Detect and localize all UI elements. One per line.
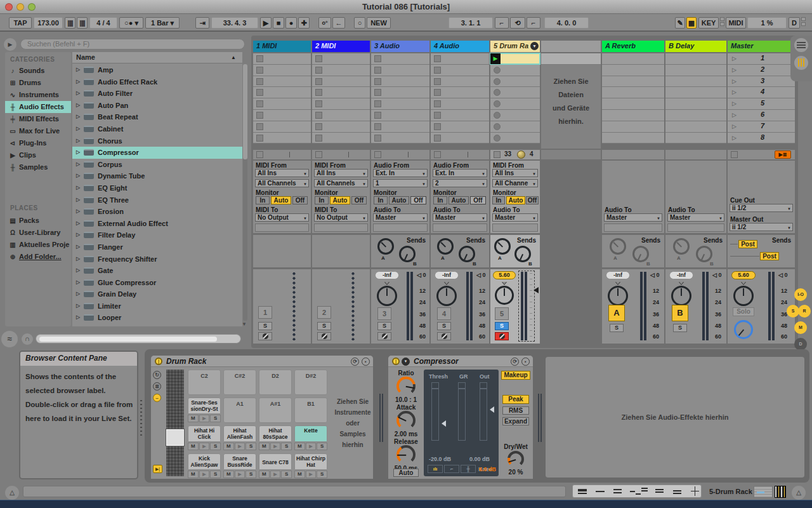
drum-pad[interactable]: Snare-Ses sionDry-St M▶S xyxy=(188,398,221,423)
sidebar-category-item[interactable]: ⊞ Drums xyxy=(5,77,71,89)
back-to-arrangement-icon[interactable]: ← xyxy=(332,17,345,29)
punch-in-icon[interactable]: ⌐ xyxy=(495,17,509,29)
cpu-wave-icon[interactable]: ≈ xyxy=(1,331,18,347)
pad-mute-button[interactable]: M xyxy=(259,443,270,450)
pad-mute-button[interactable]: M xyxy=(188,415,199,422)
pad-solo-button[interactable]: S xyxy=(317,471,327,478)
scene-row[interactable]: ▷ 4 xyxy=(728,87,795,98)
clip-slot[interactable] xyxy=(312,65,370,76)
clip-slot[interactable] xyxy=(371,133,429,144)
volume-display[interactable]: -Inf xyxy=(669,271,693,279)
pad-solo-button[interactable]: S xyxy=(281,443,292,450)
clip-slot[interactable] xyxy=(253,121,311,133)
expand-triangle-icon[interactable]: ▷ xyxy=(76,159,80,170)
clip-stop-icon[interactable] xyxy=(315,135,322,142)
punch-out-icon[interactable]: ⌐ xyxy=(527,17,540,29)
drywet-value[interactable]: 20 % xyxy=(501,469,530,476)
clip-slot[interactable] xyxy=(665,65,726,76)
scene-row[interactable]: ▷ 1 xyxy=(728,53,795,65)
volume-display[interactable]: -Inf xyxy=(375,271,399,279)
cue-out-select[interactable]: ii 1/2 xyxy=(730,204,793,212)
attack-knob[interactable] xyxy=(396,411,416,430)
clip-slot-icon[interactable] xyxy=(494,112,501,119)
expand-triangle-icon[interactable]: ▷ xyxy=(76,64,80,76)
browser-device-row[interactable]: ▷ Beat Repeat xyxy=(72,111,242,123)
monitor-auto-button[interactable]: Auto xyxy=(271,196,291,204)
clip-stop-icon[interactable] xyxy=(374,89,381,96)
browser-device-row[interactable]: ▷ Gate xyxy=(72,265,242,277)
send-a-knob[interactable] xyxy=(377,238,394,255)
monitor-auto-button[interactable]: Auto xyxy=(330,196,350,204)
sidebar-category-item[interactable]: ∿ Instruments xyxy=(5,89,71,101)
key-map-button[interactable]: KEY xyxy=(698,17,719,29)
track-activator[interactable]: 2 xyxy=(317,306,331,319)
clip-slot-icon[interactable] xyxy=(494,123,501,130)
solo-button[interactable]: S xyxy=(437,322,451,330)
send-b-post-button[interactable]: Post xyxy=(760,252,779,260)
return-activator[interactable]: B xyxy=(672,305,688,321)
clip-slot[interactable] xyxy=(490,87,540,98)
clip-slot[interactable] xyxy=(431,53,489,65)
device-chain-thumbnail[interactable] xyxy=(754,486,773,498)
scene-play-icon[interactable]: ▷ xyxy=(732,78,737,84)
expand-triangle-icon[interactable]: ▷ xyxy=(76,194,80,206)
expand-triangle-icon[interactable]: ▷ xyxy=(76,88,80,99)
stop-all-clips-square[interactable] xyxy=(731,151,738,158)
clip-stop-icon[interactable] xyxy=(374,55,381,62)
send-b-knob[interactable] xyxy=(399,246,416,262)
clip-stop-icon[interactable] xyxy=(315,112,322,119)
clip-slot[interactable] xyxy=(602,133,664,144)
track-activator[interactable]: 1 xyxy=(258,306,272,319)
clip-slot[interactable] xyxy=(602,110,664,121)
volume-display[interactable]: 5.60 xyxy=(493,271,516,279)
pan-knob[interactable] xyxy=(495,286,514,305)
preview-volume-slider[interactable] xyxy=(36,334,241,344)
monitor-off-button[interactable]: Off xyxy=(410,196,426,204)
sidebar-category-item[interactable]: ╫ Audio Effects xyxy=(5,101,71,113)
clip-slot[interactable] xyxy=(253,87,311,98)
pad-mute-button[interactable]: M xyxy=(294,443,305,450)
master-out-select[interactable]: ii 1/2 xyxy=(730,223,793,231)
browser-device-row[interactable]: ▷ EQ Eight xyxy=(72,182,242,194)
delay-section-toggle[interactable]: D xyxy=(794,338,807,351)
expand-triangle-icon[interactable]: ▷ xyxy=(76,265,80,276)
autoselect-icon[interactable]: ↻ xyxy=(153,371,161,379)
show-info-toggle-icon[interactable]: △ xyxy=(5,486,19,500)
clip-stop-button[interactable] xyxy=(494,151,501,158)
device-drag-handle[interactable] xyxy=(540,394,542,442)
clip-slot[interactable] xyxy=(665,98,726,110)
clip-slot-icon[interactable] xyxy=(434,135,441,142)
clip-stop-icon[interactable] xyxy=(256,67,263,74)
clip-slot[interactable] xyxy=(431,98,489,110)
browser-device-row[interactable]: ▷ Looper xyxy=(72,312,242,324)
expand-triangle-icon[interactable]: ▷ xyxy=(76,123,80,135)
io-channel-select[interactable]: 1 xyxy=(373,179,428,187)
drum-pad[interactable]: Snare BussRide M▶S xyxy=(223,453,256,479)
browser-collapse-icon[interactable]: ▶ xyxy=(4,38,16,51)
volume-display[interactable]: -Inf xyxy=(606,271,630,279)
clip-stop-icon[interactable] xyxy=(374,112,381,119)
track-activator[interactable]: 3 xyxy=(377,307,391,320)
drum-pad[interactable]: Hihat Chirp Hat M▶S xyxy=(294,453,327,479)
expand-triangle-icon[interactable]: ▷ xyxy=(76,170,80,182)
track-header-3[interactable]: 3 Audio xyxy=(371,41,429,52)
browser-name-column-header[interactable]: Name▲ xyxy=(72,52,242,64)
sidebar-category-item[interactable]: ╫ Samples xyxy=(5,161,71,173)
arm-button[interactable] xyxy=(495,332,509,340)
loop-length-field[interactable]: 4. 0. 0 xyxy=(544,17,589,29)
preview-headphone-icon[interactable]: ∩ xyxy=(22,333,33,345)
browser-device-row[interactable]: ▷ Chorus xyxy=(72,135,242,147)
clip-slot[interactable] xyxy=(665,110,726,121)
clip-slot[interactable] xyxy=(312,110,370,121)
clip-slot-icon[interactable] xyxy=(434,55,441,62)
overdub-button[interactable]: ✚ xyxy=(298,17,310,29)
sidebar-category-item[interactable]: ╪ MIDI Effects xyxy=(5,113,71,125)
master-solo-button[interactable]: Solo xyxy=(733,307,754,316)
clip-slot[interactable] xyxy=(490,110,540,121)
clip-stop-icon[interactable] xyxy=(256,78,263,85)
pad-overview-selector[interactable] xyxy=(166,429,184,446)
computer-midi-keyboard-icon[interactable]: ▦ xyxy=(686,17,697,29)
search-input[interactable]: Suchen (Befehl + F) xyxy=(20,39,245,50)
scene-row[interactable]: ▷ 5 xyxy=(728,98,795,110)
send-b-knob[interactable] xyxy=(514,246,531,262)
